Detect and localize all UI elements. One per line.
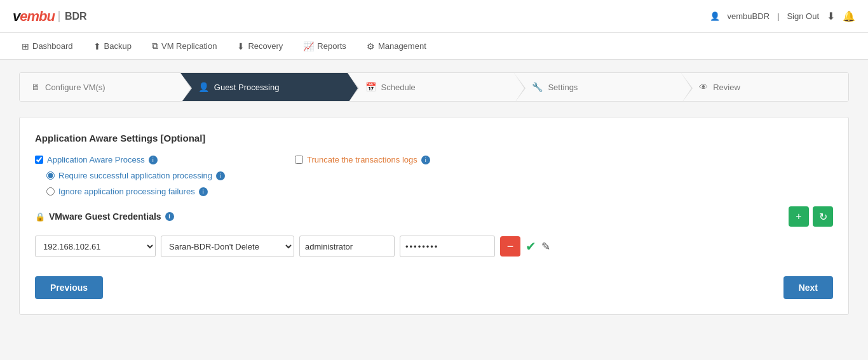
main-content: 🖥 Configure VM(s) 👤 Guest Processing 📅 S… xyxy=(0,60,868,360)
nav-backup[interactable]: ⬆ Backup xyxy=(85,36,140,57)
nav-reports-label: Reports xyxy=(317,41,346,51)
require-radio-row: Require successful application processin… xyxy=(46,171,225,180)
minus-icon: − xyxy=(507,240,514,253)
app-aware-checkbox-row: Application Aware Process i xyxy=(35,155,225,164)
nav-recovery-label: Recovery xyxy=(248,41,283,51)
ignore-info-icon[interactable]: i xyxy=(199,187,208,196)
header: vembu BDR 👤 vembuBDR | Sign Out ⬇ 🔔 xyxy=(0,0,868,33)
recovery-icon: ⬇ xyxy=(237,41,245,51)
review-label: Review xyxy=(713,83,740,92)
nav-management-label: Management xyxy=(378,41,426,51)
wizard-step-settings[interactable]: 🔧 Settings xyxy=(514,73,681,101)
vm-name-select[interactable]: Saran-BDR-Don't Delete xyxy=(161,236,294,257)
credentials-title: 🔒 VMware Guest Credentials i xyxy=(35,211,174,222)
guest-processing-icon: 👤 xyxy=(198,82,209,92)
download-icon[interactable]: ⬇ xyxy=(827,10,835,22)
nav-dashboard[interactable]: ⊞ Dashboard xyxy=(13,36,82,57)
truncate-checkbox[interactable] xyxy=(295,156,303,164)
ignore-label: Ignore application processing failures xyxy=(58,187,195,196)
nav-dashboard-label: Dashboard xyxy=(32,41,73,51)
logo-text: vembu xyxy=(13,8,55,25)
management-icon: ⚙ xyxy=(367,41,375,51)
guest-processing-label: Guest Processing xyxy=(214,83,280,92)
user-icon: 👤 xyxy=(710,11,720,21)
nav-backup-label: Backup xyxy=(104,41,132,51)
app-aware-row: Application Aware Process i Require succ… xyxy=(35,155,833,196)
nav-vm-replication-label: VM Replication xyxy=(161,41,217,51)
separator: | xyxy=(777,11,779,21)
settings-icon: 🔧 xyxy=(532,82,543,92)
logo: vembu BDR xyxy=(13,8,87,25)
reports-icon: 📈 xyxy=(303,41,314,51)
logo-bdr: BDR xyxy=(58,11,87,22)
dashboard-icon: ⊞ xyxy=(22,41,29,51)
schedule-icon: 📅 xyxy=(365,82,376,92)
wizard-step-configure-vms[interactable]: 🖥 Configure VM(s) xyxy=(20,73,180,101)
nav-buttons: Previous Next xyxy=(35,276,833,299)
credentials-info-icon[interactable]: i xyxy=(165,212,174,221)
nav-reports[interactable]: 📈 Reports xyxy=(294,36,355,57)
require-info-icon[interactable]: i xyxy=(216,171,225,180)
wizard-step-guest-processing[interactable]: 👤 Guest Processing xyxy=(180,73,348,101)
app-aware-col: Application Aware Process i Require succ… xyxy=(35,155,225,196)
username: vembuBDR xyxy=(728,11,770,21)
schedule-label: Schedule xyxy=(381,83,416,92)
vm-replication-icon: ⧉ xyxy=(152,41,158,51)
bell-icon[interactable]: 🔔 xyxy=(843,10,855,22)
configure-vms-label: Configure VM(s) xyxy=(45,83,105,92)
credential-action-buttons: + ↻ xyxy=(789,206,833,227)
credential-row: 192.168.102.61 Saran-BDR-Don't Delete − … xyxy=(35,236,833,257)
wizard-step-schedule[interactable]: 📅 Schedule xyxy=(348,73,515,101)
username-input[interactable] xyxy=(299,236,395,257)
backup-icon: ⬆ xyxy=(93,41,101,51)
ip-select[interactable]: 192.168.102.61 xyxy=(35,236,156,257)
check-icon[interactable]: ✔ xyxy=(526,239,536,254)
section-title: Application Aware Settings [Optional] xyxy=(35,133,833,143)
wizard-steps: 🖥 Configure VM(s) 👤 Guest Processing 📅 S… xyxy=(19,72,849,102)
review-icon: 👁 xyxy=(699,82,708,92)
truncate-label: Truncate the transactions logs xyxy=(307,155,417,164)
password-input[interactable] xyxy=(400,236,495,257)
content-card: Application Aware Settings [Optional] Ap… xyxy=(19,117,849,315)
edit-icon[interactable]: ✎ xyxy=(541,240,550,253)
previous-button[interactable]: Previous xyxy=(35,276,103,299)
refresh-icon: ↻ xyxy=(819,211,827,223)
header-right: 👤 vembuBDR | Sign Out ⬇ 🔔 xyxy=(710,10,855,22)
truncate-col: Truncate the transactions logs i xyxy=(295,155,430,164)
navbar: ⊞ Dashboard ⬆ Backup ⧉ VM Replication ⬇ … xyxy=(0,33,868,60)
credentials-section: 🔒 VMware Guest Credentials i + ↻ 192.168… xyxy=(35,206,833,257)
require-radio[interactable] xyxy=(46,171,55,180)
truncate-info-icon[interactable]: i xyxy=(421,156,430,164)
nav-vm-replication[interactable]: ⧉ VM Replication xyxy=(143,36,226,57)
configure-vms-icon: 🖥 xyxy=(31,82,40,92)
refresh-credential-button[interactable]: ↻ xyxy=(813,206,833,227)
truncate-row: Truncate the transactions logs i xyxy=(295,155,430,164)
lock-icon: 🔒 xyxy=(35,212,45,222)
add-credential-button[interactable]: + xyxy=(789,206,809,227)
credentials-title-text: VMware Guest Credentials xyxy=(49,211,161,222)
ignore-radio[interactable] xyxy=(46,187,55,196)
next-button[interactable]: Next xyxy=(783,276,833,299)
ignore-radio-row: Ignore application processing failures i xyxy=(46,187,225,196)
signout-link[interactable]: Sign Out xyxy=(787,11,819,21)
app-aware-checkbox[interactable] xyxy=(35,156,43,164)
settings-label: Settings xyxy=(548,83,578,92)
wizard-step-review[interactable]: 👁 Review xyxy=(681,73,848,101)
require-label: Require successful application processin… xyxy=(58,171,212,180)
remove-credential-button[interactable]: − xyxy=(500,236,520,257)
credentials-header: 🔒 VMware Guest Credentials i + ↻ xyxy=(35,206,833,227)
nav-recovery[interactable]: ⬇ Recovery xyxy=(228,36,292,57)
app-aware-label: Application Aware Process xyxy=(47,155,145,164)
app-aware-info-icon[interactable]: i xyxy=(149,156,158,164)
nav-management[interactable]: ⚙ Management xyxy=(358,36,435,57)
